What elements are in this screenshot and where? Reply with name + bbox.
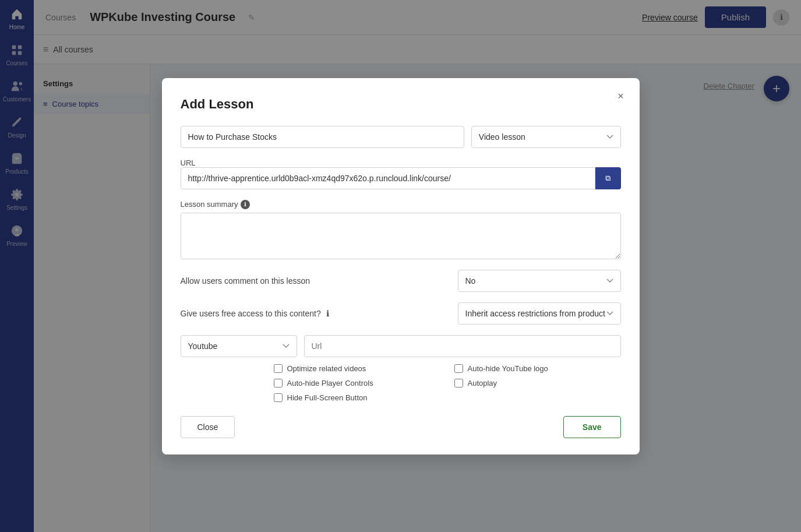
lesson-summary-info-icon: ℹ: [241, 200, 250, 209]
optimize-related-videos-checkbox[interactable]: [274, 364, 283, 373]
free-access-row: Give users free access to this content? …: [181, 302, 621, 325]
autoplay-checkbox[interactable]: [454, 379, 463, 387]
comment-row: Allow users comment on this lesson No Ye…: [181, 270, 621, 292]
autohide-controls-label: Auto-hide Player Controls: [287, 379, 373, 387]
autohide-controls-checkbox[interactable]: [274, 379, 283, 387]
url-label: URL: [181, 158, 621, 167]
free-access-info-icon: ℹ: [326, 309, 329, 318]
free-access-select[interactable]: Inherit access restrictions from product…: [458, 302, 621, 325]
autohide-logo-option[interactable]: Auto-hide YouTube logo: [454, 364, 621, 373]
add-lesson-modal: Add Lesson × Video lesson Text lesson Qu…: [162, 78, 640, 455]
lesson-summary-input[interactable]: [181, 213, 621, 259]
close-button[interactable]: Close: [181, 416, 235, 438]
close-icon: ×: [617, 90, 624, 103]
video-options: Optimize related videos Auto-hide YouTub…: [181, 364, 621, 402]
url-input[interactable]: [181, 167, 595, 189]
modal-overlay: Add Lesson × Video lesson Text lesson Qu…: [0, 0, 801, 532]
optimize-related-videos-option[interactable]: Optimize related videos: [274, 364, 440, 373]
copy-icon: ⧉: [605, 174, 611, 183]
video-source-row: Youtube Vimeo Self-hosted: [181, 335, 621, 357]
modal-title: Add Lesson: [181, 97, 621, 112]
video-url-input[interactable]: [304, 335, 621, 357]
hide-fullscreen-checkbox[interactable]: [274, 393, 283, 402]
video-source-select[interactable]: Youtube Vimeo Self-hosted: [181, 335, 297, 357]
lesson-name-row: Video lesson Text lesson Quiz: [181, 126, 621, 148]
url-input-wrap: ⧉: [181, 167, 621, 189]
save-button[interactable]: Save: [563, 416, 621, 438]
lesson-type-select[interactable]: Video lesson Text lesson Quiz: [471, 126, 621, 148]
url-copy-button[interactable]: ⧉: [595, 167, 621, 189]
modal-footer: Close Save: [181, 416, 621, 438]
autoplay-option[interactable]: Autoplay: [454, 379, 621, 387]
free-access-label: Give users free access to this content? …: [181, 309, 451, 318]
url-group: URL ⧉: [181, 158, 621, 189]
lesson-name-input[interactable]: [181, 126, 464, 148]
autohide-logo-label: Auto-hide YouTube logo: [468, 364, 548, 373]
comment-select[interactable]: No Yes: [458, 270, 621, 292]
autohide-logo-checkbox[interactable]: [454, 364, 463, 373]
modal-close-button[interactable]: ×: [613, 89, 629, 105]
autoplay-label: Autoplay: [468, 379, 497, 387]
hide-fullscreen-option[interactable]: Hide Full-Screen Button: [274, 393, 440, 402]
autohide-controls-option[interactable]: Auto-hide Player Controls: [274, 379, 440, 387]
lesson-summary-group: Lesson summary ℹ: [181, 200, 621, 259]
lesson-summary-label: Lesson summary ℹ: [181, 200, 621, 209]
hide-fullscreen-label: Hide Full-Screen Button: [287, 393, 368, 402]
optimize-related-videos-label: Optimize related videos: [287, 364, 366, 373]
comment-label: Allow users comment on this lesson: [181, 276, 451, 286]
